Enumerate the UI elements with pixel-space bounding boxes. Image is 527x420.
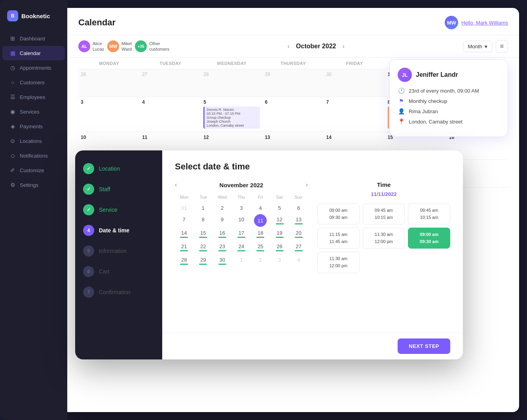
prev-month-button[interactable]: ‹ <box>286 43 291 50</box>
time-slot-6-selected[interactable]: 09:00 am09:30 am <box>408 228 450 249</box>
mini-day-headers: Mon Tue Wed Thu Fri Sat Sun <box>175 195 308 200</box>
time-slot-2[interactable]: 09:45 am10:15 am <box>363 203 405 224</box>
sidebar-item-locations[interactable]: ⊙ Locations <box>2 134 65 148</box>
mini-cell[interactable]: 18 <box>251 228 269 240</box>
tooltip-location: London, Carnaby street <box>409 119 463 125</box>
mini-cell[interactable]: 25 <box>251 241 269 254</box>
tooltip-avatar: JL <box>398 68 412 82</box>
time-slot-3[interactable]: 09:45 am10:15 am <box>408 203 450 224</box>
step-circle-cart: 6 <box>83 266 94 277</box>
sidebar-item-settings[interactable]: ⚙ Settings <box>2 178 65 192</box>
sidebar-item-customers[interactable]: ○ Customers <box>2 75 65 89</box>
tooltip-staff: Rima Jubran <box>409 108 438 114</box>
mini-cell[interactable]: 2 <box>251 255 269 267</box>
time-slot-7[interactable]: 11:30 am12:00 pm <box>317 252 360 273</box>
sidebar-item-customize[interactable]: ✐ Customize <box>2 163 65 177</box>
sidebar-item-employees[interactable]: ☰ Employees <box>2 90 65 104</box>
mini-cell[interactable]: 14 <box>175 228 193 240</box>
mini-cell[interactable]: 5 <box>270 203 288 213</box>
next-step-button[interactable]: NEXT STEP <box>398 338 450 354</box>
customer-alice[interactable]: AL AliceLucas <box>78 40 104 52</box>
mini-cell[interactable]: 4 <box>290 255 308 267</box>
mini-cell[interactable]: 1 <box>232 255 250 267</box>
sidebar-item-dashboard[interactable]: ⊞ Dashboard <box>2 31 65 46</box>
mini-cell[interactable]: 4 <box>251 203 269 213</box>
mini-cell[interactable]: 30 <box>213 255 231 267</box>
mini-cell[interactable]: 7 <box>175 214 193 227</box>
mini-cell[interactable]: 24 <box>232 241 250 254</box>
mini-cell[interactable]: 2 <box>213 203 231 213</box>
current-month-label: October 2022 <box>296 43 336 50</box>
mini-cell[interactable]: 6 <box>290 203 308 213</box>
location-icon: 📍 <box>398 118 405 125</box>
tooltip-staff-row: 👤 Rima Jubran <box>398 108 500 114</box>
mini-cell[interactable]: 28 <box>175 255 193 267</box>
tooltip-location-row: 📍 London, Carnaby street <box>398 118 500 125</box>
cust-name-alice: AliceLucas <box>93 41 104 52</box>
time-slot-5[interactable]: 11:30 am12:00 pm <box>363 228 405 249</box>
flag-icon: ⚑ <box>398 98 405 104</box>
mini-cell[interactable]: 22 <box>194 241 212 254</box>
cal-cell-6a[interactable]: 6 <box>262 97 324 132</box>
filter-button[interactable]: ≡ <box>496 40 508 53</box>
sidebar-item-label: Customize <box>20 167 44 173</box>
event-pill[interactable]: Dennis R. Macen 03:15 PM - 07:15 PM Grou… <box>203 106 260 129</box>
mini-cell[interactable]: 12 <box>270 214 288 227</box>
mini-cell[interactable]: 10 <box>232 214 250 227</box>
cal-cell-27[interactable]: 27 <box>140 69 201 97</box>
cal-cell-5[interactable]: 5 Dennis R. Macen 03:15 PM - 07:15 PM Gr… <box>201 97 262 132</box>
mini-cell[interactable]: 3 <box>270 255 288 267</box>
cal-cell-30[interactable]: 30 <box>324 69 385 97</box>
cal-cell-7[interactable]: 7 <box>324 97 385 132</box>
sidebar-item-appointments[interactable]: ◷ Appointments <box>2 61 65 75</box>
step-circle-service: ✓ <box>83 204 94 215</box>
step-confirmation: 7 Confirmation <box>83 287 154 298</box>
cal-cell-28[interactable]: 28 <box>201 69 262 97</box>
mini-cell[interactable]: 1 <box>194 203 212 213</box>
mini-cell[interactable]: 19 <box>270 228 288 240</box>
booking-overlay: ✓ Location ✓ Staff ✓ Service 4 Date & ti… <box>75 150 463 359</box>
mini-cell-selected[interactable]: 11 <box>254 214 267 227</box>
cal-cell-4[interactable]: 4 <box>140 97 201 132</box>
greeting-text[interactable]: Hello, Mark Williams <box>461 20 508 26</box>
cal-cell-29[interactable]: 29 <box>262 69 324 97</box>
mini-cell[interactable]: 27 <box>290 241 308 254</box>
mini-cell[interactable]: 23 <box>213 241 231 254</box>
tooltip-date-row: 🕐 23rd of every month, 09:00 AM <box>398 87 500 94</box>
mini-cell[interactable]: 29 <box>194 255 212 267</box>
cal-cell-26[interactable]: 26 <box>78 69 140 97</box>
cal-cell-3[interactable]: 3 <box>78 97 140 132</box>
time-slot-4[interactable]: 11:15 am11:45 am <box>317 228 360 249</box>
logo-icon: B <box>7 10 18 21</box>
mini-cell[interactable]: 15 <box>194 228 212 240</box>
customer-mikel[interactable]: MW MikelWard <box>107 40 132 52</box>
next-month-button[interactable]: › <box>341 43 346 50</box>
time-slot-1[interactable]: 09:00 am09:30 am <box>317 203 360 224</box>
time-grid: 09:00 am09:30 am 09:45 am10:15 am 09:45 … <box>317 203 450 273</box>
user-greeting[interactable]: MW Hello, Mark Williams <box>445 16 508 29</box>
sidebar-item-payments[interactable]: ◈ Payments <box>2 119 65 133</box>
mini-cell[interactable]: 9 <box>213 214 231 227</box>
sidebar-item-label: Calendar <box>20 50 41 56</box>
chevron-down-icon: ▾ <box>485 44 487 49</box>
time-title: Time <box>317 181 450 188</box>
mini-cell[interactable]: 31 <box>175 203 193 213</box>
mini-cell[interactable]: 16 <box>213 228 231 240</box>
calendar-header: Calendar MW Hello, Mark Williams <box>67 8 519 35</box>
mini-cell[interactable]: 20 <box>290 228 308 240</box>
step-service: ✓ Service <box>83 204 154 215</box>
mini-cell[interactable]: 8 <box>194 214 212 227</box>
employees-icon: ☰ <box>9 94 16 100</box>
mini-cell[interactable]: 3 <box>232 203 250 213</box>
mini-next-month[interactable]: › <box>306 181 308 188</box>
mini-prev-month[interactable]: ‹ <box>175 181 177 188</box>
sidebar-item-calendar[interactable]: ▦ Calendar <box>2 46 65 60</box>
sidebar-item-notifications[interactable]: ◇ Notifications <box>2 148 65 163</box>
mini-cell[interactable]: 17 <box>232 228 250 240</box>
sidebar-item-services[interactable]: ◉ Services <box>2 105 65 119</box>
mini-cell[interactable]: 26 <box>270 241 288 254</box>
customer-others[interactable]: +35 Othercustomers <box>135 40 169 52</box>
mini-cell[interactable]: 13 <box>290 214 308 227</box>
view-mode-dropdown[interactable]: Month ▾ <box>463 41 493 52</box>
mini-cell[interactable]: 21 <box>175 241 193 254</box>
